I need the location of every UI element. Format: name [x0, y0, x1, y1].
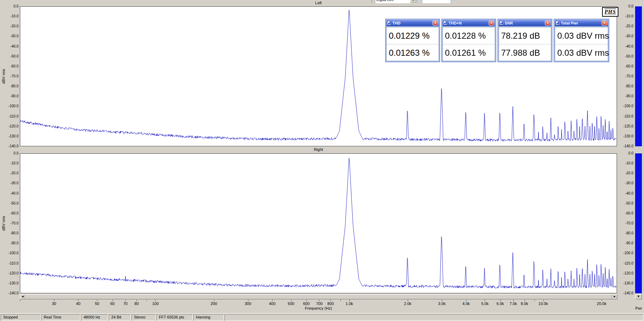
- y-axis-label: -80.0: [1, 84, 18, 88]
- x-axis-tick: [500, 300, 501, 301]
- y-axis-label: -50.0: [618, 54, 633, 58]
- y-axis-label: -130.0: [618, 134, 633, 138]
- x-axis-tick: [408, 300, 408, 301]
- spectrum-canvas-right[interactable]: [20, 154, 617, 293]
- x-axis-tick: [20, 300, 20, 301]
- y-axis-label: -50.0: [1, 54, 18, 58]
- close-button[interactable]: ×: [433, 21, 438, 26]
- spectrum-plot-right[interactable]: [20, 153, 617, 293]
- y-axis-label: -140.0: [618, 291, 633, 295]
- x-axis-tick: [525, 300, 525, 301]
- phs-logo: PHS: [602, 7, 618, 17]
- x-axis-tick: [513, 300, 514, 301]
- x-axis-tick: [349, 300, 350, 301]
- status-bar: StoppedReal Time48000 Hz24 BitStereoFFT …: [0, 313, 644, 321]
- chevron-down-icon[interactable]: ▼: [410, 0, 416, 3]
- window-body: 0.03 dBV rms0.03 dBV rms: [555, 27, 608, 61]
- y-axis-label: -120.0: [1, 271, 18, 275]
- meter-icon: [443, 21, 447, 25]
- toolbar-field[interactable]: [422, 0, 451, 3]
- y-axis-label: -10.0: [618, 14, 633, 18]
- status-panel: FFT 65536 pts: [156, 314, 193, 321]
- y-axis-label: -40.0: [618, 191, 633, 195]
- x-axis-label: 80: [128, 301, 145, 306]
- x-axis-label: 20.0k: [593, 301, 610, 306]
- window-titlebar[interactable]: Total Pwr×: [555, 20, 608, 26]
- x-axis-tick: [291, 300, 291, 301]
- scrollbar-thumb[interactable]: [25, 294, 612, 299]
- arrow-down-icon: ▼: [638, 295, 639, 298]
- arrow-left-icon: ◀: [22, 295, 23, 298]
- window-title: THD+N: [449, 21, 488, 25]
- y-axis-label: -90.0: [618, 241, 633, 245]
- y-axis-label: 0.0: [1, 151, 18, 155]
- y-axis-label: -140.0: [1, 144, 18, 148]
- x-axis-tick: [340, 300, 341, 301]
- toolbar-fragment: Digital Line ▼: [372, 0, 456, 3]
- y-axis-label: 0.0: [618, 4, 633, 8]
- plot-title-right: Right: [20, 147, 617, 152]
- window-titlebar[interactable]: SNR×: [499, 20, 551, 26]
- x-axis-tick: [331, 300, 331, 301]
- x-axis-tick: [146, 300, 147, 301]
- meter-icon: [499, 21, 504, 25]
- y-axis-label: -100.0: [1, 104, 18, 108]
- x-axis-label: 2.0k: [399, 301, 416, 306]
- x-axis-tick: [54, 300, 54, 301]
- scroll-right-button[interactable]: ▶: [612, 294, 617, 299]
- y-axis-label: -60.0: [618, 64, 633, 68]
- close-button[interactable]: ×: [489, 21, 494, 26]
- scroll-left-button[interactable]: ◀: [20, 294, 25, 299]
- x-axis-tick: [319, 300, 320, 301]
- y-axis-label: -50.0: [618, 201, 633, 205]
- measurement-value-left: 0.01228 %: [443, 27, 495, 44]
- arrow-right-icon: ▶: [614, 295, 616, 298]
- y-axis-label: -120.0: [618, 124, 633, 128]
- x-axis-tick: [306, 300, 307, 301]
- x-axis-label: 1.0k: [341, 301, 358, 306]
- measurement-value-left: 78.219 dB: [499, 27, 551, 44]
- x-axis-tick: [214, 300, 214, 301]
- x-axis-label: 400: [264, 301, 281, 306]
- y-axis-label: -70.0: [618, 221, 633, 225]
- y-axis-label: -90.0: [1, 94, 18, 98]
- x-axis-label: 3.0k: [433, 301, 450, 306]
- status-panel: 24 Bit: [109, 314, 131, 321]
- y-axis-label: -70.0: [618, 74, 633, 78]
- meter-axis-label: Pwr: [632, 306, 644, 310]
- horizontal-scrollbar[interactable]: ◀ ▶: [20, 294, 617, 299]
- x-axis-tick: [125, 300, 126, 301]
- close-button[interactable]: ×: [602, 21, 607, 26]
- measurement-value-right: 0.01261 %: [443, 44, 495, 61]
- x-axis-label: 800: [322, 301, 339, 306]
- y-axis-label: -100.0: [618, 104, 633, 108]
- y-axis-label: -10.0: [618, 161, 633, 165]
- y-axis-label: -20.0: [618, 171, 633, 175]
- y-axis-label: 0.0: [1, 4, 18, 8]
- measurement-value-left: 0.01229 %: [387, 27, 439, 44]
- window-body: 0.01228 %0.01261 %: [442, 27, 495, 61]
- window-body: 0.01229 %0.01263 %: [386, 27, 439, 61]
- x-axis-tick: [543, 300, 544, 301]
- measurement-value-right: 77.988 dB: [499, 44, 551, 61]
- x-axis-tick: [248, 300, 248, 301]
- y-axis-label: -100.0: [1, 251, 18, 255]
- y-axis-label: -60.0: [1, 211, 18, 215]
- y-axis-label: -110.0: [618, 114, 633, 118]
- plot-title-left: Left: [20, 1, 617, 5]
- y-axis-label: -90.0: [618, 94, 633, 98]
- y-axis-label: -30.0: [1, 181, 18, 185]
- meter-scroll-button[interactable]: ▼: [635, 294, 642, 299]
- y-axis-label: -130.0: [618, 281, 633, 285]
- y-axis-label: -120.0: [1, 124, 18, 128]
- window-body: 78.219 dB77.988 dB: [499, 27, 551, 61]
- measurement-window-thd-n: THD+N×0.01228 %0.01261 %: [441, 19, 496, 62]
- input-device-combo[interactable]: Digital Line ▼: [375, 0, 417, 3]
- x-axis-tick: [155, 300, 156, 301]
- window-titlebar[interactable]: THD×: [386, 20, 439, 26]
- y-axis-label: -30.0: [1, 34, 18, 38]
- x-axis-label: 8.0k: [516, 301, 533, 306]
- window-title: Total Pwr: [561, 21, 601, 25]
- close-button[interactable]: ×: [545, 21, 551, 26]
- window-titlebar[interactable]: THD+N×: [442, 20, 495, 26]
